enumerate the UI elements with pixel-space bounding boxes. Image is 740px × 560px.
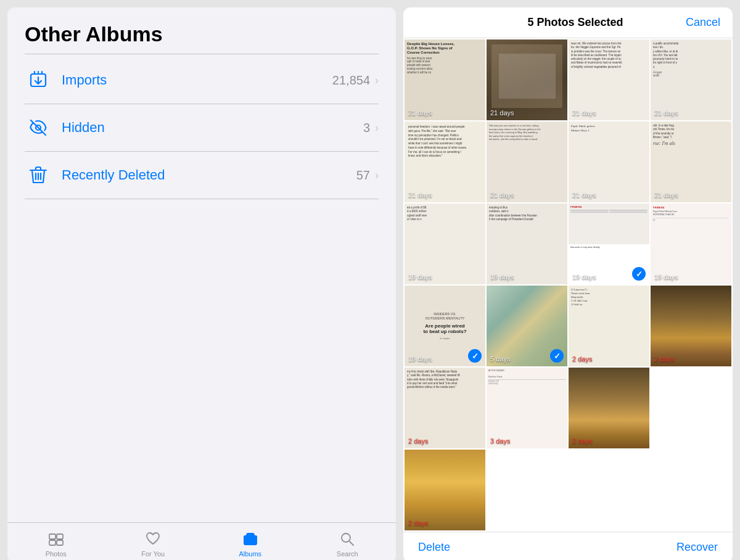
photo-cell-13[interactable]: INSIDERS VS.OUTSIDERS MENTALITY Are peop… [405,286,485,366]
imports-count: 21,854 [332,73,370,88]
photo-age-11: 19 days [572,273,596,281]
cancel-button[interactable]: Cancel [686,16,720,29]
album-item-recently-deleted[interactable]: Recently Deleted 57 › [25,152,379,199]
svg-line-18 [350,541,353,545]
photo-age-3: 21 days [572,109,596,117]
photo-age-17: 2 days [408,437,428,445]
right-panel: 5 Photos Selected Cancel Despite Big Hou… [403,7,733,560]
albums-tab-icon [242,530,259,548]
photo-cell-15[interactable]: 21 Lamerons C+Theme (write fromthing may… [569,286,649,366]
album-item-imports[interactable]: Imports 21,854 › [25,57,379,104]
photo-cell-14[interactable]: 5 days [487,286,567,366]
photo-cell-19[interactable]: 2 days [569,368,649,448]
photo-age-13: 19 days [408,355,432,363]
imports-chevron: › [375,74,379,87]
albums-tab-label: Albums [239,550,261,558]
tab-photos[interactable]: Photos [7,528,105,560]
photo-age-10: 19 days [490,273,514,281]
imports-label: Imports [62,72,332,88]
photo-cell-3[interactable]: was not. We ordered two pizzas from thet… [569,39,649,120]
photo-age-7: 21 days [572,191,596,199]
recover-button[interactable]: Recover [676,541,718,554]
photo-cell-20[interactable]: 2 days [405,450,485,530]
photo-age-2: 21 days [490,109,514,117]
hidden-count: 3 [363,121,370,135]
album-item-hidden[interactable]: Hidden 3 › [25,104,379,152]
recently-deleted-chevron: › [375,169,379,182]
select-badge-11 [632,267,646,281]
divider [25,54,379,54]
photo-age-4: 21 days [654,109,678,117]
page-title: Other Albums [25,22,379,46]
search-tab-label: Search [337,550,358,558]
photo-age-6: 21 days [490,191,514,199]
for-you-tab-label: For You [141,550,165,558]
photo-cell-10[interactable]: empting to illusnutdown, said oditor coo… [487,204,567,284]
photo-cell-2[interactable]: 21 days [487,39,567,120]
selection-title: 5 Photos Selected [465,16,686,29]
tab-albums[interactable]: Albums [202,528,299,560]
svg-rect-12 [57,534,63,539]
photo-age-16: 2 days [654,355,674,363]
select-badge-13 [468,349,482,363]
photo-grid: Despite Big House Losses,G.O.P. Shows No… [403,38,733,532]
select-badge-14 [550,349,564,363]
svg-rect-16 [244,536,257,545]
hidden-label: Hidden [62,120,363,136]
photo-cell-7[interactable]: Puple Marle gebersMature Days 1 21 days [569,121,649,202]
hidden-chevron: › [375,121,379,134]
delete-button[interactable]: Delete [418,541,450,554]
recently-deleted-label: Recently Deleted [62,167,356,183]
photo-age-1: 21 days [408,109,432,117]
photo-age-18: 3 days [490,437,510,445]
trash-icon [25,162,52,189]
photo-cell-9[interactable]: ed a profit of $9.d a $300 millionughed … [405,204,485,284]
search-tab-icon [339,530,356,548]
svg-rect-11 [49,534,56,539]
tab-for-you[interactable]: For You [105,528,202,560]
photo-cell-11[interactable]: PRIMERA that arose or may arise directly… [569,204,649,284]
svg-rect-14 [57,540,63,545]
photo-age-9: 19 days [408,273,432,281]
photo-cell-18[interactable]: AFTER DINNERNutrition Facts Calories 110… [487,368,567,448]
svg-point-17 [342,533,350,542]
album-list: Imports 21,854 › Hidden 3 › [25,57,379,199]
photo-cell-12[interactable]: PRIMERA Rapid Relief Mental CareREFERRAL… [651,204,731,284]
photos-tab-label: Photos [46,550,67,558]
right-bottom-bar: Delete Recover [403,532,733,560]
photo-cell-17[interactable]: my first check with $re, Republican Nati… [405,368,485,448]
photo-age-5: 21 days [408,191,432,199]
photo-cell-16[interactable]: 2 days [651,286,731,366]
for-you-tab-icon [144,530,162,548]
hidden-icon [25,114,52,141]
photo-age-20: 2 days [408,519,428,527]
photo-cell-4[interactable]: a public accommodaess I do.y white tribe… [651,39,731,120]
photo-cell-5[interactable]: personal freedom. I was raised around pe… [405,121,485,202]
svg-rect-13 [49,540,56,545]
photo-age-14: 5 days [490,355,510,363]
photo-age-8: 21 days [654,191,678,199]
recently-deleted-count: 57 [356,168,370,183]
photos-tab-icon [47,530,65,548]
photo-age-12: 19 days [654,273,678,281]
photo-cell-6[interactable]: She was just one teacher in a red skirt,… [487,121,567,202]
tab-search[interactable]: Search [299,528,397,560]
tab-bar: Photos For You Albums [7,522,396,560]
import-icon [25,67,52,94]
photo-cell-8[interactable]: ubt. In a late Augork Times, for insof t… [651,121,731,202]
photo-age-15: 2 days [572,355,592,363]
left-panel: Other Albums Imports 21,854 › [7,7,396,560]
photo-cell-1[interactable]: Despite Big House Losses,G.O.P. Shows No… [405,39,485,120]
photo-age-19: 2 days [572,437,592,445]
right-header: 5 Photos Selected Cancel [403,7,733,38]
